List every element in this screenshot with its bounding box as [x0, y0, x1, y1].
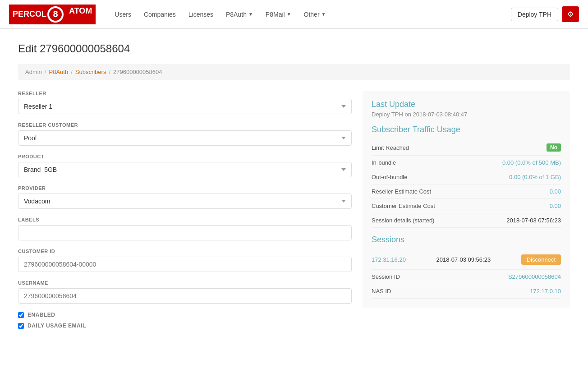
reseller-customer-group: RESELLER CUSTOMER Pool	[18, 122, 352, 146]
username-group: USERNAME	[18, 280, 352, 304]
nav-p8mail-label: P8Mail	[266, 11, 285, 18]
session-id-value: S279600000058604	[508, 273, 561, 280]
session-id-label: Session ID	[372, 273, 400, 280]
product-label: PRODUCT	[18, 154, 352, 159]
enabled-group: ENABLED	[18, 312, 352, 318]
reseller-estimate-value: 0.00	[550, 188, 561, 195]
provider-select[interactable]: Vodacom	[18, 194, 352, 209]
nas-id-label: NAS ID	[372, 288, 391, 295]
limit-reached-badge: No	[547, 143, 561, 152]
logo-box: PERCOL 8	[9, 5, 67, 24]
breadcrumb-sep-2: /	[71, 69, 73, 75]
nav-p8mail[interactable]: P8Mail ▼	[260, 7, 297, 22]
nas-id-value: 172.17.0.10	[530, 288, 561, 295]
in-bundle-row: In-bundle 0.00 (0.0% of 500 MB)	[372, 156, 561, 170]
last-update-value: Deploy TPH on 2018-07-03 08:40:47	[372, 111, 561, 118]
nav-users[interactable]: Users	[109, 7, 137, 22]
chevron-down-icon: ▼	[287, 12, 291, 17]
enabled-checkbox[interactable]	[18, 312, 24, 318]
session-time: 2018-07-03 09:56:23	[436, 256, 491, 263]
deploy-tph-button[interactable]: Deploy TPH	[511, 8, 558, 21]
logo: PERCOL 8 ATOM	[9, 5, 96, 24]
reseller-estimate-row: Reseller Estimate Cost 0.00	[372, 184, 561, 199]
nav-licenses[interactable]: Licenses	[183, 7, 219, 22]
provider-group: PROVIDER Vodacom	[18, 185, 352, 209]
breadcrumb-current: 279600000058604	[113, 69, 162, 75]
chevron-down-icon: ▼	[322, 12, 326, 17]
disconnect-button[interactable]: Disconnect	[521, 254, 561, 265]
sessions-title: Sessions	[372, 235, 561, 244]
traffic-title: Subscriber Traffic Usage	[372, 125, 561, 134]
nav-other[interactable]: Other ▼	[299, 7, 331, 22]
nav-other-label: Other	[304, 11, 320, 18]
sidebar-panel: Last Update Deploy TPH on 2018-07-03 08:…	[363, 91, 570, 308]
reseller-label: RESELLER	[18, 91, 352, 96]
daily-usage-checkbox[interactable]	[18, 323, 24, 329]
edit-layout: RESELLER Reseller 1 RESELLER CUSTOMER Po…	[18, 91, 570, 333]
customer-estimate-row: Customer Estimate Cost 0.00	[372, 199, 561, 213]
nav-p8auth[interactable]: P8Auth ▼	[220, 7, 258, 22]
session-details-value: 2018-07-03 07:56:23	[506, 217, 561, 224]
session-details-label: Session details (started)	[372, 217, 434, 224]
nav-p8auth-label: P8Auth	[226, 11, 247, 18]
nav-links: Users Companies Licenses P8Auth ▼ P8Mail…	[109, 7, 510, 22]
breadcrumb-admin[interactable]: Admin	[25, 69, 42, 75]
nav-companies[interactable]: Companies	[138, 7, 181, 22]
customer-estimate-value: 0.00	[550, 203, 561, 209]
enabled-label: ENABLED	[28, 312, 55, 318]
reseller-select[interactable]: Reseller 1	[18, 99, 352, 114]
customer-id-input[interactable]	[18, 257, 352, 272]
breadcrumb-subscribers[interactable]: Subscribers	[75, 69, 106, 75]
out-of-bundle-label: Out-of-bundle	[372, 174, 408, 180]
out-of-bundle-value: 0.00 (0.0% of 1 GB)	[509, 174, 561, 180]
settings-button[interactable]: ⚙	[562, 6, 579, 22]
daily-usage-label: DAILY USAGE EMAIL	[28, 323, 86, 329]
breadcrumb-sep-1: /	[45, 69, 46, 75]
reseller-estimate-label: Reseller Estimate Cost	[372, 188, 431, 195]
breadcrumb-sep-3: /	[109, 69, 110, 75]
chevron-down-icon: ▼	[248, 12, 253, 17]
breadcrumb-p8auth[interactable]: P8Auth	[49, 69, 68, 75]
reseller-customer-select[interactable]: Pool	[18, 130, 352, 146]
out-of-bundle-row: Out-of-bundle 0.00 (0.0% of 1 GB)	[372, 170, 561, 184]
edit-form: RESELLER Reseller 1 RESELLER CUSTOMER Po…	[18, 91, 352, 333]
product-select[interactable]: Brand_5GB	[18, 162, 352, 177]
customer-id-group: CUSTOMER ID	[18, 249, 352, 272]
last-update-title: Last Update	[372, 100, 561, 109]
reseller-customer-label: RESELLER CUSTOMER	[18, 122, 352, 128]
limit-reached-row: Limit Reached No	[372, 140, 561, 156]
navbar: PERCOL 8 ATOM Users Companies Licenses P…	[0, 0, 588, 29]
limit-reached-label: Limit Reached	[372, 144, 409, 151]
labels-group: LABELS	[18, 217, 352, 240]
labels-label: LABELS	[18, 217, 352, 222]
nas-id-row: NAS ID 172.17.0.10	[372, 284, 561, 299]
daily-usage-group: DAILY USAGE EMAIL	[18, 323, 352, 329]
gear-icon: ⚙	[567, 10, 574, 18]
logo-percol: PERCOL	[13, 9, 46, 19]
in-bundle-label: In-bundle	[372, 159, 396, 166]
session-id-row: Session ID S279600000058604	[372, 270, 561, 284]
logo-circle: 8	[47, 6, 64, 23]
breadcrumb: Admin / P8Auth / Subscribers / 279600000…	[18, 64, 570, 80]
username-label: USERNAME	[18, 280, 352, 286]
page-title: Edit 279600000058604	[18, 42, 570, 55]
nav-right: Deploy TPH ⚙	[511, 6, 579, 22]
customer-estimate-label: Customer Estimate Cost	[372, 203, 435, 209]
in-bundle-value: 0.00 (0.0% of 500 MB)	[502, 159, 561, 166]
session-ip: 172.31.16.20	[372, 256, 406, 263]
provider-label: PROVIDER	[18, 185, 352, 191]
username-input[interactable]	[18, 288, 352, 304]
session-details-row: Session details (started) 2018-07-03 07:…	[372, 213, 561, 228]
logo-atom: ATOM	[67, 5, 96, 24]
session-row: 172.31.16.20 2018-07-03 09:56:23 Disconn…	[372, 250, 561, 270]
product-group: PRODUCT Brand_5GB	[18, 154, 352, 177]
main-content: Edit 279600000058604 Admin / P8Auth / Su…	[0, 29, 588, 347]
reseller-group: RESELLER Reseller 1	[18, 91, 352, 114]
customer-id-label: CUSTOMER ID	[18, 249, 352, 254]
labels-input[interactable]	[18, 225, 352, 240]
